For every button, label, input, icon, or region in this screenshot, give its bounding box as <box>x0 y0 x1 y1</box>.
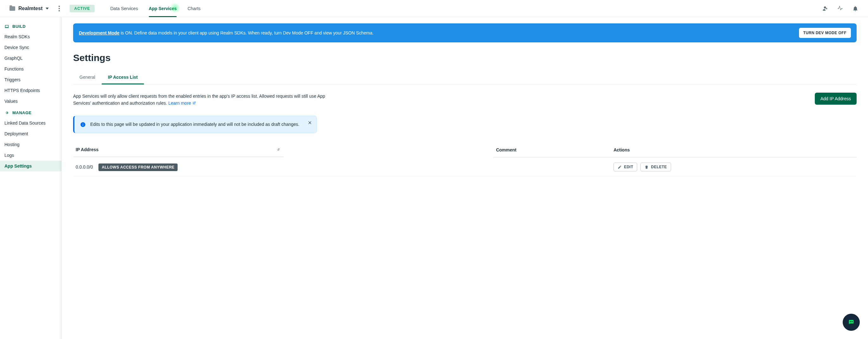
external-link-icon <box>192 101 196 105</box>
sidebar-item-device-sync[interactable]: Device Sync <box>0 42 61 53</box>
dev-mode-banner: Development Mode is ON. Define data mode… <box>73 24 857 42</box>
sidebar-item-functions[interactable]: Functions <box>0 64 61 74</box>
col-ip-address[interactable]: IP Address <box>76 147 98 152</box>
access-anywhere-chip: ALLOWS ACCESS FROM ANYWHERE <box>98 164 178 171</box>
sidebar-item-values[interactable]: Values <box>0 96 61 107</box>
sidebar-item-logs[interactable]: Logs <box>0 150 61 161</box>
col-actions: Actions <box>611 144 857 157</box>
add-ip-address-button[interactable]: Add IP Address <box>815 93 857 105</box>
trash-icon <box>645 165 649 169</box>
tab-app-services[interactable]: App Services <box>149 0 177 17</box>
tab-charts[interactable]: Charts <box>187 0 200 17</box>
project-name: Realmtest <box>18 6 42 11</box>
sidebar-section-build: BUILD <box>0 20 61 31</box>
page-title: Settings <box>73 53 857 63</box>
main-content: Development Mode is ON. Define data mode… <box>62 17 868 339</box>
top-nav-tabs: Data Services App Services Charts <box>111 0 201 17</box>
banner-rest: is ON. Define data models in your client… <box>119 30 374 35</box>
invite-icon[interactable] <box>822 5 828 12</box>
laptop-icon <box>4 24 9 29</box>
sidebar-item-realm-sdks[interactable]: Realm SDKs <box>0 31 61 42</box>
sort-icon[interactable] <box>276 147 281 152</box>
edit-button[interactable]: EDIT <box>614 163 637 171</box>
edit-button-label: EDIT <box>624 165 633 169</box>
chevron-down-icon <box>45 8 49 9</box>
sidebar-section-manage: MANAGE <box>0 107 61 117</box>
table-row: 0.0.0.0/0 ALLOWS ACCESS FROM ANYWHERE ED… <box>73 157 857 177</box>
pencil-icon <box>618 165 622 169</box>
sidebar-item-https-endpoints[interactable]: HTTPS Endpoints <box>0 85 61 96</box>
gear-icon <box>4 110 9 115</box>
sidebar: BUILD Realm SDKs Device Sync GraphQL Fun… <box>0 17 62 339</box>
status-badge: ACTIVE <box>70 5 94 12</box>
col-comment: Comment <box>494 144 611 157</box>
sidebar-section-build-label: BUILD <box>12 24 26 29</box>
cell-ip: 0.0.0.0/0 <box>76 164 93 170</box>
ip-access-table: IP Address Comment Actions 0.0.0.0/0 ALL… <box>73 144 857 177</box>
sidebar-item-deployment[interactable]: Deployment <box>0 128 61 139</box>
topbar: Realmtest ACTIVE Data Services App Servi… <box>0 0 868 17</box>
learn-more-link[interactable]: Learn more <box>168 101 196 106</box>
activity-icon[interactable] <box>837 5 843 12</box>
sidebar-item-triggers[interactable]: Triggers <box>0 74 61 85</box>
sidebar-item-linked-data-sources[interactable]: Linked Data Sources <box>0 117 61 128</box>
sidebar-item-app-settings[interactable]: App Settings <box>0 161 61 171</box>
kebab-menu[interactable] <box>56 6 62 11</box>
bell-icon[interactable] <box>852 5 859 12</box>
topbar-icons <box>822 5 859 12</box>
settings-subtabs: General IP Access List <box>73 71 857 84</box>
description-text: App Services will only allow client requ… <box>73 94 325 106</box>
cell-comment <box>494 157 611 177</box>
chat-fab[interactable] <box>843 314 860 331</box>
sidebar-item-hosting[interactable]: Hosting <box>0 139 61 150</box>
dev-mode-link[interactable]: Development Mode <box>79 30 119 35</box>
sidebar-item-graphql[interactable]: GraphQL <box>0 53 61 64</box>
tab-data-services[interactable]: Data Services <box>111 0 138 17</box>
ip-access-description: App Services will only allow client requ… <box>73 93 336 107</box>
subtab-general[interactable]: General <box>73 71 102 84</box>
subtab-ip-access-list[interactable]: IP Access List <box>102 71 144 84</box>
info-callout: Edits to this page will be updated in yo… <box>73 116 317 133</box>
chat-icon <box>848 319 855 326</box>
turn-dev-mode-off-button[interactable]: TURN DEV MODE OFF <box>799 28 851 38</box>
delete-button-label: DELETE <box>651 165 667 169</box>
sidebar-section-manage-label: MANAGE <box>12 110 32 115</box>
delete-button[interactable]: DELETE <box>641 163 671 171</box>
folder-icon <box>9 6 15 11</box>
info-callout-text: Edits to this page will be updated in yo… <box>90 121 309 128</box>
info-icon <box>80 122 86 128</box>
close-icon[interactable] <box>308 121 312 125</box>
project-selector[interactable]: Realmtest <box>9 6 49 11</box>
banner-text: Development Mode is ON. Define data mode… <box>79 30 374 35</box>
